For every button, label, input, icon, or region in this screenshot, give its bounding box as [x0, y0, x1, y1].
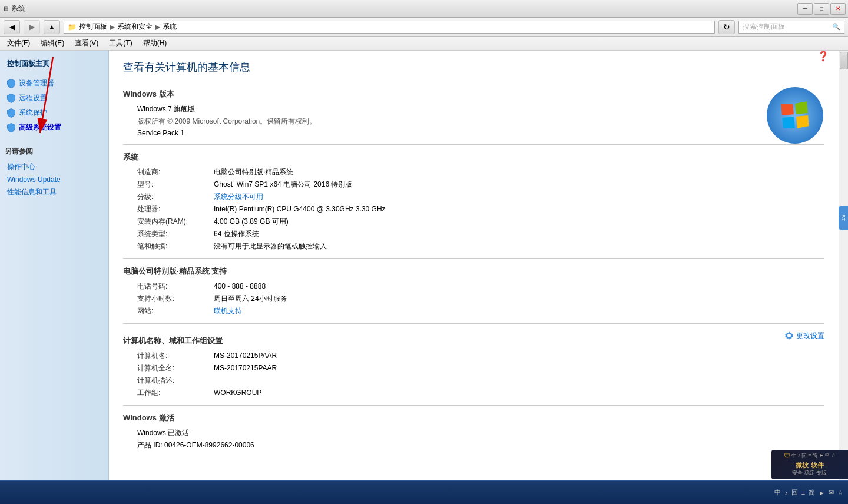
- help-button[interactable]: ❓: [817, 51, 829, 62]
- sidebar-item-remote-settings[interactable]: 远程设置: [5, 91, 104, 105]
- service-pack: Service Pack 1: [137, 129, 184, 137]
- rating-row: 分级: 系统分级不可用: [137, 192, 824, 202]
- badge-icon-5: ≡: [808, 452, 811, 460]
- tray-settings[interactable]: ☆: [837, 489, 843, 496]
- divider-3: [123, 323, 824, 324]
- menu-tools[interactable]: 工具(T): [104, 37, 137, 49]
- badge-icon-8: ✉: [825, 452, 830, 460]
- software-badge: 🛡 中 ♪ 回 ≡ 简 ► ✉ ☆ 微软 软件 安全 稳定 专版: [771, 450, 848, 479]
- tray-network[interactable]: 回: [791, 488, 798, 497]
- maximize-button[interactable]: □: [814, 3, 829, 15]
- phone-row: 电话号码: 400 - 888 - 8888: [137, 281, 824, 291]
- up-button[interactable]: ▲: [44, 20, 60, 34]
- windows-version-heading: Windows 版本: [123, 89, 824, 100]
- badge-icon-4: 回: [801, 452, 807, 460]
- tray-mail[interactable]: ✉: [829, 489, 834, 496]
- sidebar-label-device-manager: 设备管理器: [19, 78, 54, 88]
- activation-status: Windows 已激活: [137, 428, 189, 438]
- model-row: 型号: Ghost_Win7 SP1 x64 电脑公司 2016 特别版: [137, 180, 824, 190]
- computer-desc-label: 计算机描述:: [137, 376, 214, 386]
- windows-logo-area: [766, 86, 824, 147]
- rating-link[interactable]: 系统分级不可用: [214, 192, 263, 202]
- back-button[interactable]: ◀: [4, 20, 20, 34]
- close-button[interactable]: ✕: [830, 3, 846, 15]
- shield-icon-advanced: [7, 123, 15, 132]
- sidebar-label-advanced-settings: 高级系统设置: [19, 122, 61, 132]
- shield-icon-remote: [7, 94, 15, 103]
- tray-chinese[interactable]: 中: [774, 488, 781, 497]
- badge-icon-1: 🛡: [784, 452, 790, 460]
- path-system[interactable]: 系统: [163, 22, 177, 32]
- processor-label: 处理器:: [137, 204, 214, 214]
- change-settings-label: 更改设置: [796, 331, 824, 341]
- menu-edit[interactable]: 编辑(E): [36, 37, 69, 49]
- pen-touch-value: 没有可用于此显示器的笔或触控输入: [214, 241, 327, 251]
- windows-edition-row: Windows 7 旗舰版: [137, 104, 824, 114]
- computer-fullname-label: 计算机全名:: [137, 363, 214, 373]
- menu-view[interactable]: 查看(V): [70, 37, 103, 49]
- tray-lang[interactable]: 简: [809, 488, 815, 497]
- sidebar-item-advanced-settings[interactable]: 高级系统设置: [5, 120, 104, 135]
- scrollbar-thumb[interactable]: [840, 52, 848, 69]
- workgroup-row: 工作组: WORKGROUP: [137, 388, 824, 398]
- title-bar-buttons: ─ □ ✕: [797, 3, 846, 15]
- activation-heading: Windows 激活: [123, 413, 824, 423]
- sidebar-also-label: 另请参阅: [5, 147, 104, 157]
- sidebar-label-system-protect: 系统保护: [19, 108, 47, 118]
- sidebar-link-windows-update[interactable]: Windows Update: [5, 174, 104, 185]
- pen-touch-row: 笔和触摸: 没有可用于此显示器的笔或触控输入: [137, 241, 824, 251]
- website-row: 网站: 联机支持: [137, 306, 824, 316]
- badge-icon-7: ►: [819, 452, 824, 460]
- sidebar-link-action-center[interactable]: 操作中心: [5, 160, 104, 174]
- website-link[interactable]: 联机支持: [214, 306, 242, 316]
- model-value: Ghost_Win7 SP1 x64 电脑公司 2016 特别版: [214, 180, 352, 190]
- hours-label: 支持小时数:: [137, 294, 214, 304]
- windows-logo: [766, 86, 824, 145]
- menu-help[interactable]: 帮助(H): [138, 37, 172, 49]
- service-pack-row: Service Pack 1: [137, 129, 824, 137]
- address-path[interactable]: 📁 控制面板 ▶ 系统和安全 ▶ 系统: [64, 21, 715, 34]
- system-type-value: 64 位操作系统: [214, 229, 259, 239]
- forward-button[interactable]: ▶: [24, 20, 40, 34]
- content-area: 查看有关计算机的基本信息 Windows 版本 Windows 7 旗舰版 版权…: [109, 51, 839, 504]
- sidebar-link-performance-tools[interactable]: 性能信息和工具: [5, 185, 104, 199]
- workgroup-value: WORKGROUP: [214, 389, 261, 397]
- manufacturer-label: 制造商:: [137, 167, 214, 177]
- activation-block: Windows 已激活 产品 ID: 00426-OEM-8992662-000…: [137, 428, 824, 450]
- badge-icon-3: ♪: [798, 452, 801, 460]
- refresh-button[interactable]: ↻: [718, 20, 735, 34]
- svg-point-1: [787, 334, 791, 337]
- change-settings-button[interactable]: 更改设置: [784, 331, 824, 341]
- support-info-block: 电话号码: 400 - 888 - 8888 支持小时数: 周日至周六 24小时…: [137, 281, 824, 316]
- svg-point-0: [767, 87, 823, 144]
- side-tab-label: 57: [840, 215, 846, 221]
- system-heading: 系统: [123, 152, 824, 163]
- path-sep-2: ▶: [155, 23, 160, 31]
- scrollbar[interactable]: [839, 51, 848, 504]
- minimize-button[interactable]: ─: [797, 3, 813, 15]
- model-label: 型号:: [137, 180, 214, 190]
- sidebar-item-device-manager[interactable]: 设备管理器: [5, 76, 104, 91]
- manufacturer-row: 制造商: 电脑公司特别版·精品系统: [137, 167, 824, 177]
- tray-play[interactable]: ►: [819, 489, 825, 496]
- menu-file[interactable]: 文件(F): [2, 37, 35, 49]
- path-system-security[interactable]: 系统和安全: [117, 22, 153, 32]
- window-icon: 🖥: [2, 5, 9, 12]
- path-sep-1: ▶: [110, 23, 115, 31]
- search-box[interactable]: 搜索控制面板 🔍: [738, 21, 844, 34]
- system-type-label: 系统类型:: [137, 229, 214, 239]
- badge-icon-2: 中: [791, 452, 797, 460]
- main-layout: 控制面板主页 设备管理器 远程设置 系统保护: [0, 51, 848, 504]
- search-icon: 🔍: [832, 23, 840, 31]
- tray-menu[interactable]: ≡: [801, 489, 805, 496]
- sidebar: 控制面板主页 设备管理器 远程设置 系统保护: [0, 51, 109, 504]
- sidebar-item-system-protect[interactable]: 系统保护: [5, 105, 104, 120]
- copyright-row: 版权所有 © 2009 Microsoft Corporation。保留所有权利…: [137, 117, 824, 127]
- computer-section-header: 计算机名称、域和工作组设置 更改设置: [123, 331, 824, 351]
- window-title: 系统: [11, 4, 25, 14]
- path-control-panel[interactable]: 控制面板: [79, 22, 107, 32]
- side-tab[interactable]: 57: [839, 206, 848, 230]
- tray-audio[interactable]: ♪: [784, 489, 788, 496]
- taskbar: 中 ♪ 回 ≡ 简 ► ✉ ☆: [0, 480, 848, 504]
- computer-heading: 计算机名称、域和工作组设置: [123, 336, 223, 346]
